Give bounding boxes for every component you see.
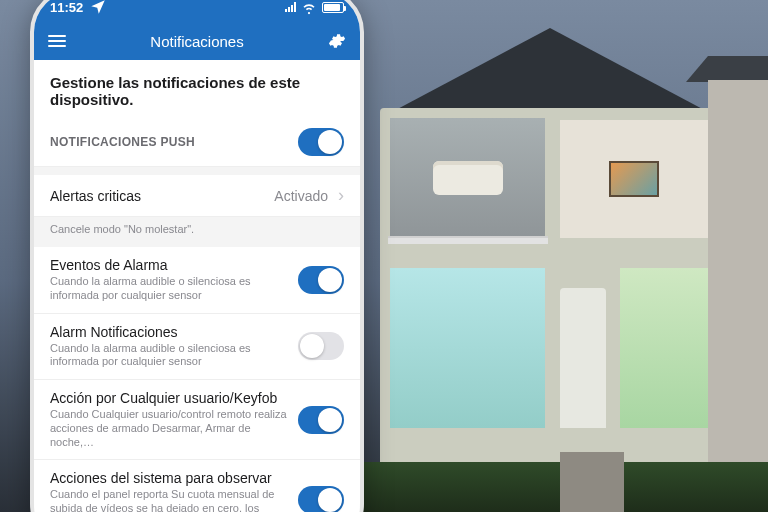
row-subtitle: Cuando Cualquier usuario/control remoto … — [50, 408, 288, 449]
menu-button[interactable] — [48, 35, 66, 47]
status-time: 11:52 — [50, 0, 83, 15]
row-alarm-notifications[interactable]: Alarm Notificaciones Cuando la alarma au… — [34, 314, 360, 381]
signal-icon — [285, 2, 296, 12]
critical-title: Alertas criticas — [50, 188, 264, 204]
row-push-notifications[interactable]: NOTIFICACIONES PUSH — [34, 118, 360, 167]
settings-list[interactable]: Gestione las notificaciones de este disp… — [34, 60, 360, 512]
row-title: Alarm Notificaciones — [50, 324, 288, 340]
house-graphic — [360, 28, 740, 468]
battery-icon — [322, 2, 344, 13]
nav-bar: Notificaciones — [34, 22, 360, 60]
app-screen: 11:52 Notificaciones Gestione las notifi… — [34, 0, 360, 512]
list-header: Gestione las notificaciones de este disp… — [34, 60, 360, 118]
push-toggle[interactable] — [298, 128, 344, 156]
location-arrow-icon — [89, 0, 107, 16]
iphone-frame: 11:52 Notificaciones Gestione las notifi… — [30, 0, 364, 512]
wifi-icon — [300, 0, 318, 16]
toggle-user-keyfob[interactable] — [298, 406, 344, 434]
row-subtitle: Cuando la alarma audible o silenciosa es… — [50, 342, 288, 370]
row-alarm-events[interactable]: Eventos de Alarma Cuando la alarma audib… — [34, 247, 360, 314]
gear-icon[interactable] — [328, 32, 346, 50]
row-system-actions[interactable]: Acciones del sistema para observar Cuand… — [34, 460, 360, 512]
row-critical-alerts[interactable]: Alertas criticas Activado › — [34, 175, 360, 217]
critical-note: Cancele modo "No molestar". — [34, 217, 360, 239]
row-title: Eventos de Alarma — [50, 257, 288, 273]
chevron-right-icon: › — [338, 185, 344, 206]
toggle-alarm-events[interactable] — [298, 266, 344, 294]
push-label: NOTIFICACIONES PUSH — [50, 135, 288, 149]
row-title: Acciones del sistema para observar — [50, 470, 288, 486]
toggle-rows: Eventos de Alarma Cuando la alarma audib… — [34, 247, 360, 512]
status-bar: 11:52 — [34, 0, 360, 22]
row-user-keyfob-action[interactable]: Acción por Cualquier usuario/Keyfob Cuan… — [34, 380, 360, 460]
toggle-system-actions[interactable] — [298, 486, 344, 512]
critical-value: Activado — [274, 188, 328, 204]
row-subtitle: Cuando el panel reporta Su cuota mensual… — [50, 488, 288, 512]
toggle-alarm-notifications[interactable] — [298, 332, 344, 360]
row-subtitle: Cuando la alarma audible o silenciosa es… — [50, 275, 288, 303]
row-title: Acción por Cualquier usuario/Keyfob — [50, 390, 288, 406]
page-title: Notificaciones — [150, 33, 243, 50]
